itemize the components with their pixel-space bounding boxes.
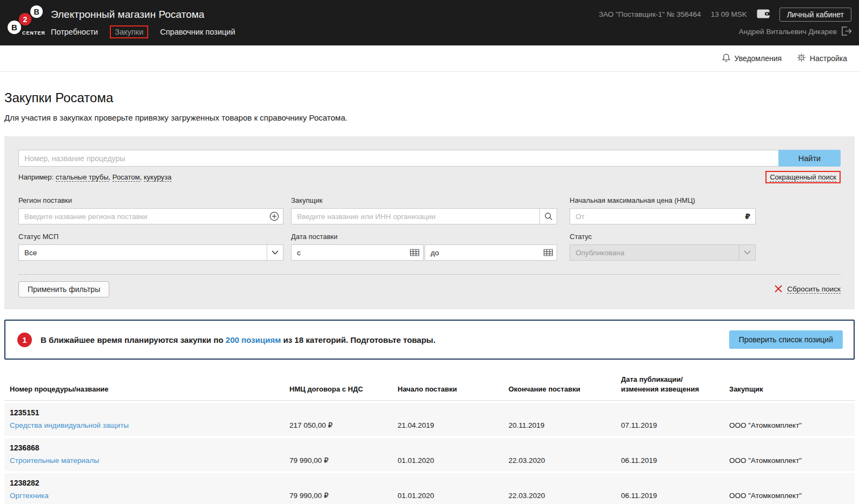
col-header-start: Начало поставки bbox=[398, 384, 508, 394]
msp-status-select[interactable]: Все bbox=[18, 244, 283, 261]
procedure-name-link[interactable]: Оргтехника bbox=[10, 492, 277, 500]
b2b-center-logo[interactable]: B 2 B CENTER bbox=[4, 0, 45, 45]
example-link[interactable]: Росатом bbox=[113, 173, 140, 182]
filter-status: Статус Опубликована bbox=[570, 233, 756, 261]
buyer-label: Закупщик bbox=[291, 196, 557, 204]
table-row: 1236868 Строительные материалы 79 990,00… bbox=[4, 438, 855, 471]
procedures-table: Номер процедуры/название НМЦ договора с … bbox=[4, 367, 855, 504]
count-badge: 1 bbox=[17, 333, 32, 347]
bell-icon bbox=[722, 53, 731, 64]
logo-b-bottom: B bbox=[8, 21, 21, 34]
delivery-start: 01.01.2020 bbox=[398, 492, 508, 500]
logout-icon[interactable] bbox=[841, 26, 851, 37]
nav-item-purchases[interactable]: Закупки bbox=[110, 25, 148, 38]
banner-text: В ближайшее время планируются закупки по… bbox=[41, 335, 435, 344]
delivery-start: 01.01.2020 bbox=[398, 456, 508, 465]
col-header-price: НМЦ договора с НДС bbox=[289, 384, 398, 394]
delivery-end: 22.03.2020 bbox=[508, 456, 621, 465]
filter-buyer: Закупщик bbox=[291, 196, 557, 224]
org-name: ЗАО "Поставщик-1" № 356464 bbox=[599, 10, 701, 18]
positions-link[interactable]: 200 позициям bbox=[226, 335, 281, 344]
example-link[interactable]: стальные трубы bbox=[56, 173, 109, 182]
page-title: Закупки Росатома bbox=[4, 90, 855, 105]
personal-cabinet-button[interactable]: Личный кабинет bbox=[779, 8, 851, 22]
wallet-icon[interactable] bbox=[757, 9, 770, 20]
gear-icon bbox=[797, 53, 806, 64]
published-date: 06.11.2019 bbox=[621, 456, 729, 465]
apply-filters-button[interactable]: Применить фильтры bbox=[18, 281, 109, 297]
region-input[interactable] bbox=[18, 208, 283, 224]
app-title: Электронный магазин Росатома bbox=[51, 9, 204, 21]
chevron-down-icon bbox=[267, 245, 283, 260]
main-nav: Потребности Закупки Справочник позиций bbox=[51, 25, 235, 38]
search-icon[interactable] bbox=[539, 208, 557, 224]
check-positions-button[interactable]: Проверить список позиций bbox=[729, 330, 843, 349]
procedure-name-link[interactable]: Средства индивидуальной защиты bbox=[10, 421, 277, 429]
procedure-price: 79 990,00 ₽ bbox=[289, 456, 398, 465]
filter-separator bbox=[18, 274, 841, 275]
delivery-end: 22.03.2020 bbox=[508, 492, 621, 500]
status-label: Статус bbox=[570, 233, 756, 241]
nav-item-directory[interactable]: Справочник позиций bbox=[160, 28, 235, 36]
table-row: 1238282 Оргтехника 79 990,00 ₽ 01.01.202… bbox=[4, 473, 855, 504]
procedure-name-link[interactable]: Строительные материалы bbox=[10, 456, 277, 465]
search-input[interactable] bbox=[18, 150, 778, 167]
calendar-icon[interactable] bbox=[544, 249, 553, 256]
delivery-end: 20.11.2019 bbox=[508, 421, 621, 429]
reset-search-label: Сбросить поиск bbox=[787, 285, 841, 294]
secondary-toolbar: Уведомления Настройка bbox=[0, 45, 859, 72]
chevron-down-icon bbox=[739, 245, 755, 260]
reset-search-link[interactable]: Сбросить поиск bbox=[775, 285, 841, 294]
nav-item-needs[interactable]: Потребности bbox=[51, 28, 98, 36]
buyer-input[interactable] bbox=[291, 208, 557, 224]
upcoming-purchases-banner: 1 В ближайшее время планируются закупки … bbox=[4, 320, 855, 360]
status-select[interactable]: Опубликована bbox=[570, 244, 756, 261]
region-label: Регион поставки bbox=[18, 196, 283, 204]
price-from-input[interactable] bbox=[570, 208, 756, 224]
msp-status-label: Статус МСП bbox=[18, 233, 283, 241]
ruble-icon: ₽ bbox=[745, 212, 750, 221]
table-row: 1235151 Средства индивидуальной защиты 2… bbox=[4, 403, 855, 436]
example-link[interactable]: кукуруза bbox=[144, 173, 171, 182]
procedure-number: 1238282 bbox=[10, 479, 277, 487]
red-cross-icon bbox=[775, 285, 782, 294]
col-header-end: Окончание поставки bbox=[508, 384, 621, 394]
date-to-input[interactable]: до bbox=[425, 244, 557, 261]
price-label: Начальная максимальная цена (НМЦ) bbox=[570, 196, 756, 204]
filter-msp-status: Статус МСП Все bbox=[18, 233, 283, 261]
short-search-annotation: Сокращенный поиск bbox=[765, 171, 841, 183]
filter-price: Начальная максимальная цена (НМЦ) ₽ bbox=[570, 196, 756, 224]
col-header-published: Дата публикации/изменения извещения bbox=[621, 375, 729, 394]
notifications-button[interactable]: Уведомления bbox=[722, 53, 782, 64]
search-button[interactable]: Найти bbox=[778, 150, 841, 167]
status-value: Опубликована bbox=[570, 249, 739, 257]
filter-delivery-date: Дата поставки с до bbox=[291, 233, 557, 261]
published-date: 07.11.2019 bbox=[621, 421, 729, 429]
table-header: Номер процедуры/название НМЦ договора с … bbox=[4, 367, 855, 401]
table-body: 1235151 Средства индивидуальной защиты 2… bbox=[4, 403, 855, 504]
published-date: 06.11.2019 bbox=[621, 492, 729, 500]
delivery-date-label: Дата поставки bbox=[291, 233, 557, 241]
examples-prefix: Например: bbox=[18, 173, 54, 181]
logo-center-word: CENTER bbox=[22, 30, 45, 36]
logo-b-top: B bbox=[30, 5, 43, 18]
filter-region: Регион поставки bbox=[18, 196, 283, 224]
buyer-name: ООО "Атомкомплект" bbox=[729, 421, 855, 429]
logo-two: 2 bbox=[19, 13, 31, 25]
msp-status-value: Все bbox=[19, 249, 267, 257]
buyer-name: ООО "Атомкомплект" bbox=[729, 492, 855, 500]
calendar-icon[interactable] bbox=[410, 249, 419, 256]
col-header-number: Номер процедуры/название bbox=[10, 384, 289, 394]
plus-circle-icon[interactable] bbox=[269, 211, 279, 221]
buyer-name: ООО "Атомкомплект" bbox=[729, 456, 855, 465]
col-header-buyer: Закупщик bbox=[729, 384, 855, 394]
settings-label: Настройка bbox=[810, 54, 847, 63]
delivery-start: 21.04.2019 bbox=[398, 421, 508, 429]
clock: 13 09 MSK bbox=[711, 10, 747, 18]
short-search-link[interactable]: Сокращенный поиск bbox=[770, 173, 836, 182]
page-subtitle: Для участия в закупках проверьте привязк… bbox=[4, 113, 855, 122]
date-from-input[interactable]: с bbox=[291, 244, 424, 261]
procedure-price: 217 050,00 ₽ bbox=[289, 421, 398, 429]
notifications-label: Уведомления bbox=[735, 54, 782, 63]
settings-button[interactable]: Настройка bbox=[797, 53, 847, 64]
